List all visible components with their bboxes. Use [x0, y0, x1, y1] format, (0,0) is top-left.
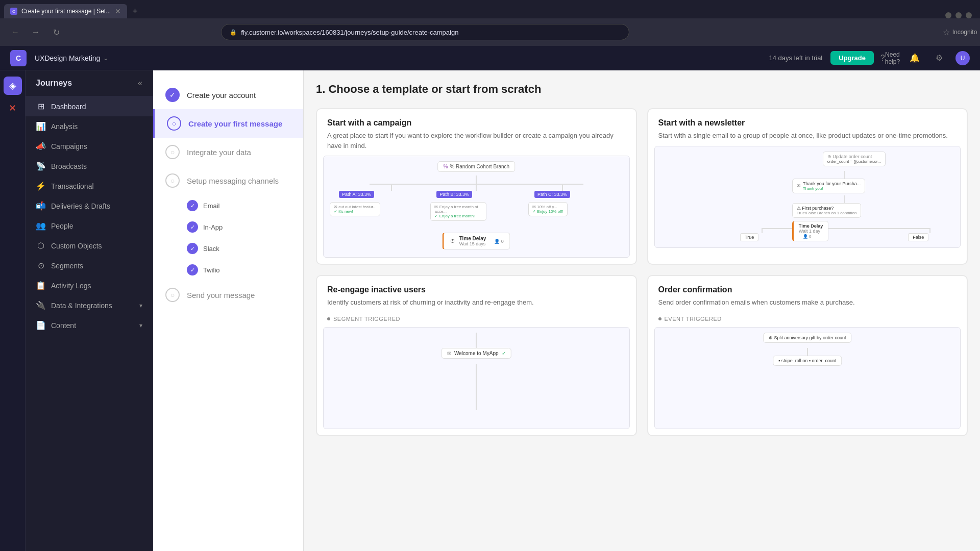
- nav-journeys-icon[interactable]: ◈: [4, 77, 22, 95]
- win-maximize[interactable]: [955, 12, 962, 18]
- order-vline-1: [807, 348, 808, 356]
- nl-vline-4: [762, 228, 763, 233]
- sidebar-item-custom-objects[interactable]: ⬡ Custom Objects: [26, 236, 153, 256]
- sub-step-slack[interactable]: ✓ Slack: [153, 238, 303, 259]
- step-send-message[interactable]: ○ Send your message: [153, 281, 303, 309]
- bookmark-button[interactable]: ☆: [939, 25, 953, 39]
- sidebar-item-transactional[interactable]: ⚡ Transactional: [26, 176, 153, 196]
- sidebar-item-people[interactable]: 👥 People: [26, 216, 153, 236]
- template-card-re-engage[interactable]: Re-engage inactive users Identify custom…: [316, 275, 637, 436]
- sub-step-email[interactable]: ✓ Email: [153, 195, 303, 216]
- content-icon: 📄: [36, 320, 46, 330]
- step-check-create-message: ○: [167, 116, 181, 131]
- activity-logs-icon: 📋: [36, 281, 46, 290]
- welcome-label: Welcome to MyApp: [454, 350, 499, 356]
- campaign-card-header: Start with a campaign A great place to s…: [317, 109, 636, 156]
- url-text: fly.customer.io/workspaces/160831/journe…: [241, 29, 458, 36]
- notifications-button[interactable]: 🔔: [906, 50, 923, 66]
- help-button[interactable]: ? Need help?: [882, 50, 898, 66]
- data-integrations-icon: 🔌: [36, 300, 46, 310]
- sub-step-label-email: Email: [203, 202, 220, 210]
- re-engage-preview: ✉ Welcome to MyApp ✓: [323, 327, 630, 429]
- sub-step-check-in-app: ✓: [187, 221, 198, 233]
- settings-button[interactable]: ⚙: [931, 50, 947, 66]
- sidebar-collapse-button[interactable]: «: [138, 79, 142, 88]
- steps-panel: ✓ Create your account ○ Create your firs…: [153, 70, 304, 551]
- ssl-lock-icon: 🔒: [230, 29, 237, 36]
- split-node: ⊕ Split anniversary gift by order count: [763, 333, 852, 343]
- step-setup-channels[interactable]: ○ Setup messaging channels: [153, 166, 303, 195]
- false-label: False: [908, 233, 928, 241]
- sub-step-in-app[interactable]: ✓ In-App: [153, 216, 303, 238]
- msg-node-2: ✉ Enjoy a free month of acce... ✓ Enjoy …: [430, 202, 486, 221]
- back-button[interactable]: ←: [8, 25, 22, 39]
- main-area: ◈ ✕ Journeys « ⊞ Dashboard 📊 Analysis 📣: [0, 70, 980, 551]
- user-avatar[interactable]: U: [955, 51, 970, 65]
- trial-text: 14 days left in trial: [769, 54, 822, 62]
- sub-step-twilio[interactable]: ✓ Twilio: [153, 259, 303, 281]
- sub-step-check-email: ✓: [187, 200, 198, 211]
- gear-icon: ⚙: [936, 53, 943, 63]
- vline-1: [476, 176, 477, 184]
- sidebar-segments-label: Segments: [51, 262, 83, 270]
- sidebar-item-content[interactable]: 📄 Content ▾: [26, 315, 153, 335]
- sidebar-item-dashboard[interactable]: ⊞ Dashboard: [26, 96, 153, 116]
- sidebar-item-deliveries[interactable]: 📬 Deliveries & Drafts: [26, 196, 153, 216]
- workspace-selector[interactable]: UXDesign Marketing ⌄: [35, 54, 108, 62]
- step-create-account[interactable]: ✓ Create your account: [153, 81, 303, 109]
- template-card-campaign[interactable]: Start with a campaign A great place to s…: [316, 108, 637, 265]
- sidebar-item-broadcasts[interactable]: 📡 Broadcasts: [26, 156, 153, 176]
- url-bar[interactable]: 🔒 fly.customer.io/workspaces/160831/jour…: [221, 24, 629, 40]
- custom-objects-icon: ⬡: [36, 241, 46, 251]
- upgrade-button[interactable]: Upgrade: [830, 51, 874, 65]
- nl-time-delay: Time Delay Wait 1 day 👤 0: [792, 221, 828, 241]
- sub-step-check-twilio: ✓: [187, 264, 198, 276]
- sidebar-item-campaigns[interactable]: 📣 Campaigns: [26, 136, 153, 156]
- template-card-newsletter[interactable]: Start with a newsletter Start with a sin…: [647, 108, 968, 265]
- sub-step-label-slack: Slack: [203, 245, 219, 253]
- step-create-message[interactable]: ○ Create your first message: [153, 109, 303, 138]
- step-label-create-message: Create your first message: [188, 119, 282, 128]
- order-badge: EVENT TRIGGERED: [648, 313, 967, 327]
- refresh-button[interactable]: ↻: [49, 25, 63, 39]
- close-icon: ✕: [9, 103, 16, 114]
- new-tab-button[interactable]: +: [128, 4, 142, 18]
- first-purchase-node: ⚠ First purchase? True/False Branch on 1…: [792, 203, 862, 218]
- welcome-node: ✉ Welcome to MyApp ✓: [442, 348, 511, 359]
- workspace-name-text: UXDesign Marketing: [35, 54, 100, 62]
- sidebar-analysis-label: Analysis: [51, 122, 78, 131]
- browser-tab-active[interactable]: C Create your first message | Set... ✕: [4, 4, 127, 18]
- msg-node-1: ✉ cut out latest featur... ✓ it's new!: [330, 202, 381, 216]
- dashboard-icon: ⊞: [36, 102, 46, 111]
- nav-close-icon[interactable]: ✕: [4, 99, 22, 117]
- win-minimize[interactable]: [945, 12, 951, 18]
- sub-step-label-twilio: Twilio: [203, 266, 220, 274]
- step-check-integrate-data: ○: [165, 145, 180, 159]
- sidebar-deliveries-label: Deliveries & Drafts: [51, 202, 110, 210]
- help-icon: ?: [880, 54, 885, 63]
- sidebar-item-activity-logs[interactable]: 📋 Activity Logs: [26, 276, 153, 295]
- thank-you-node: ✉ Thank you for your Purcha... Thank you…: [792, 179, 866, 193]
- step-integrate-data[interactable]: ○ Integrate your data: [153, 138, 303, 166]
- re-engage-badge: SEGMENT TRIGGERED: [317, 313, 636, 327]
- template-card-order-confirmation[interactable]: Order confirmation Send order confirmati…: [647, 275, 968, 436]
- step-label-integrate-data: Integrate your data: [187, 148, 251, 157]
- vline-4: [562, 184, 563, 191]
- re-engage-card-header: Re-engage inactive users Identify custom…: [317, 276, 636, 313]
- order-preview: ⊕ Split anniversary gift by order count …: [654, 327, 961, 429]
- win-close[interactable]: [966, 12, 972, 18]
- sidebar-item-data-integrations[interactable]: 🔌 Data & Integrations ▾: [26, 295, 153, 315]
- sidebar-item-analysis[interactable]: 📊 Analysis: [26, 116, 153, 136]
- topbar-right: 14 days left in trial Upgrade ? Need hel…: [769, 50, 970, 66]
- step-check-create-account: ✓: [165, 88, 180, 102]
- forward-button[interactable]: →: [29, 25, 43, 39]
- segment-badge-text: SEGMENT TRIGGERED: [333, 316, 400, 322]
- newsletter-card-header: Start with a newsletter Start with a sin…: [648, 109, 967, 146]
- journeys-icon: ◈: [9, 80, 16, 91]
- app-topbar: C UXDesign Marketing ⌄ 14 days left in t…: [0, 46, 980, 70]
- sub-step-label-in-app: In-App: [203, 223, 223, 231]
- browser-actions: ☆ Incognito: [939, 25, 972, 39]
- tab-close-btn[interactable]: ✕: [115, 7, 121, 15]
- msg-node-3: ✉ 10% off y... ✓ Enjoy 10% off!: [528, 202, 568, 216]
- sidebar-item-segments[interactable]: ⊙ Segments: [26, 256, 153, 276]
